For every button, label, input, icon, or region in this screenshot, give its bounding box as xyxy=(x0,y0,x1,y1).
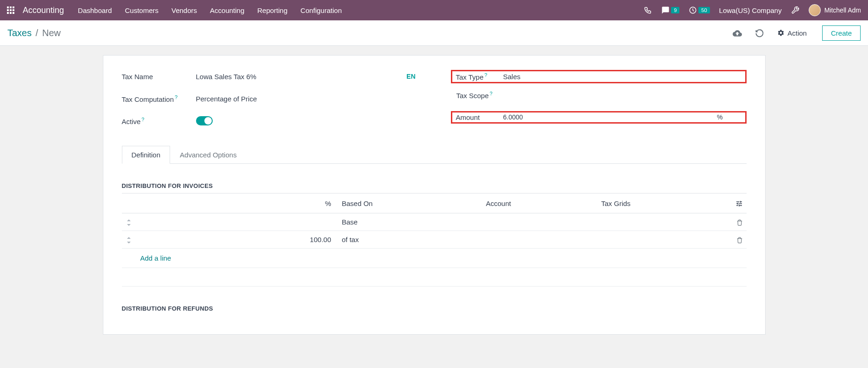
messages-icon[interactable]: 9 xyxy=(661,6,679,14)
field-amount: Amount 6.0000 % xyxy=(453,110,747,124)
cell-tax-grids[interactable] xyxy=(597,213,728,231)
delete-row-icon[interactable] xyxy=(728,231,747,249)
menu-reporting[interactable]: Reporting xyxy=(257,6,287,14)
form-col-right: Tax Type? Sales Tax Scope? Amount 6.0000… xyxy=(453,69,747,136)
amount-value[interactable]: 6.0000 xyxy=(503,113,717,121)
form-top-row: Tax Name Lowa Sales Tax 6% EN Tax Comput… xyxy=(122,69,747,136)
highlight-amount: Amount 6.0000 % xyxy=(451,111,747,124)
section-refunds-title: DISTRIBUTION FOR REFUNDS xyxy=(122,305,747,312)
breadcrumb-root[interactable]: Taxes xyxy=(7,28,32,38)
tax-name-label: Tax Name xyxy=(122,73,196,81)
cell-account[interactable] xyxy=(482,231,597,249)
cell-tax-grids[interactable] xyxy=(597,231,728,249)
sliders-icon xyxy=(735,200,743,207)
language-badge[interactable]: EN xyxy=(406,73,415,80)
app-name[interactable]: Accounting xyxy=(23,6,64,15)
tax-computation-value[interactable]: Percentage of Price xyxy=(196,95,416,103)
tab-advanced-options[interactable]: Advanced Options xyxy=(170,146,247,164)
cell-based-on[interactable]: Base xyxy=(335,213,482,231)
menu-dashboard[interactable]: Dashboard xyxy=(78,6,112,14)
field-tax-scope: Tax Scope? xyxy=(453,88,747,102)
cell-percent[interactable]: 100.00 xyxy=(136,231,335,249)
section-invoices-title: DISTRIBUTION FOR INVOICES xyxy=(122,182,747,189)
top-navbar: Accounting Dashboard Customers Vendors A… xyxy=(0,0,868,20)
breadcrumb: Taxes / New xyxy=(7,28,61,38)
cloud-upload-icon[interactable] xyxy=(733,28,742,37)
create-button[interactable]: Create xyxy=(822,25,861,41)
user-menu[interactable]: Mitchell Adm xyxy=(809,4,861,16)
tax-type-label: Tax Type? xyxy=(452,72,503,81)
blank-row xyxy=(122,268,747,287)
form-col-left: Tax Name Lowa Sales Tax 6% EN Tax Comput… xyxy=(122,69,416,136)
action-label: Action xyxy=(787,29,807,37)
field-tax-computation: Tax Computation? Percentage of Price xyxy=(122,92,416,106)
nav-right: 9 50 Lowa(US) Company Mitchell Adm xyxy=(644,4,861,16)
form-sheet: Tax Name Lowa Sales Tax 6% EN Tax Comput… xyxy=(103,55,766,335)
help-icon[interactable]: ? xyxy=(490,91,493,96)
phone-icon[interactable] xyxy=(644,6,652,14)
field-active: Active? xyxy=(122,114,416,128)
active-toggle[interactable] xyxy=(196,116,213,125)
activities-icon[interactable]: 50 xyxy=(689,6,710,14)
tax-scope-label: Tax Scope? xyxy=(453,91,504,100)
tax-computation-label: Tax Computation? xyxy=(122,94,196,103)
breadcrumb-separator: / xyxy=(36,28,38,38)
help-icon[interactable]: ? xyxy=(141,117,144,122)
cell-account[interactable] xyxy=(482,213,597,231)
add-line-row: Add a line xyxy=(122,249,747,268)
main-menu: Dashboard Customers Vendors Accounting R… xyxy=(78,6,342,14)
field-tax-name: Tax Name Lowa Sales Tax 6% EN xyxy=(122,69,416,83)
amount-label: Amount xyxy=(452,113,503,121)
main-content: Tax Name Lowa Sales Tax 6% EN Tax Comput… xyxy=(0,46,868,335)
activities-badge: 50 xyxy=(698,7,710,13)
control-bar: Taxes / New Action Create xyxy=(0,20,868,46)
cell-based-on[interactable]: of tax xyxy=(335,231,482,249)
cell-percent[interactable] xyxy=(136,213,335,231)
control-bar-right: Action Create xyxy=(733,25,861,41)
tax-type-value[interactable]: Sales xyxy=(503,73,741,81)
menu-customers[interactable]: Customers xyxy=(125,6,158,14)
distribution-invoices-table: % Based On Account Tax Grids Base xyxy=(122,193,747,287)
tabs: Definition Advanced Options xyxy=(122,145,747,164)
help-icon[interactable]: ? xyxy=(175,94,177,100)
help-icon[interactable]: ? xyxy=(484,72,487,78)
table-row[interactable]: 100.00 of tax xyxy=(122,231,747,249)
field-tax-type: Tax Type? Sales xyxy=(453,69,747,83)
add-line-button[interactable]: Add a line xyxy=(122,249,175,268)
debug-icon[interactable] xyxy=(791,6,799,14)
avatar xyxy=(809,4,821,16)
amount-unit: % xyxy=(717,113,722,121)
col-account[interactable]: Account xyxy=(482,193,597,213)
drag-handle-icon[interactable] xyxy=(122,213,136,231)
gear-icon xyxy=(777,29,785,37)
col-settings[interactable] xyxy=(728,193,747,213)
highlight-tax-type: Tax Type? Sales xyxy=(451,70,747,83)
action-button[interactable]: Action xyxy=(777,29,807,37)
messages-badge: 9 xyxy=(671,7,679,13)
active-label: Active? xyxy=(122,117,196,125)
menu-vendors[interactable]: Vendors xyxy=(171,6,197,14)
col-handle xyxy=(122,193,136,213)
table-row[interactable]: Base xyxy=(122,213,747,231)
col-based-on[interactable]: Based On xyxy=(335,193,482,213)
col-percent[interactable]: % xyxy=(136,193,335,213)
tab-definition[interactable]: Definition xyxy=(122,146,171,164)
breadcrumb-current: New xyxy=(42,28,61,38)
delete-row-icon[interactable] xyxy=(728,213,747,231)
tax-name-value[interactable]: Lowa Sales Tax 6% xyxy=(196,73,400,81)
menu-configuration[interactable]: Configuration xyxy=(300,6,342,14)
username: Mitchell Adm xyxy=(824,6,861,14)
drag-handle-icon[interactable] xyxy=(122,231,136,249)
apps-menu-icon[interactable] xyxy=(7,6,14,14)
col-tax-grids[interactable]: Tax Grids xyxy=(597,193,728,213)
company-selector[interactable]: Lowa(US) Company xyxy=(719,6,782,14)
undo-icon[interactable] xyxy=(755,28,764,37)
menu-accounting[interactable]: Accounting xyxy=(210,6,244,14)
